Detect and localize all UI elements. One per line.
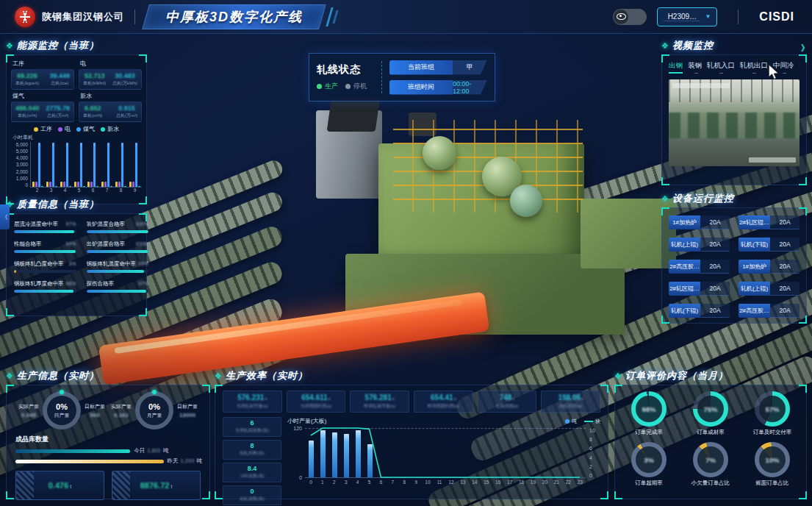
bar xyxy=(115,182,118,187)
page-title: 中厚板3D数字化产线 xyxy=(165,8,303,26)
production-gauge: 实际产量0.0450%日产量目标产量500 xyxy=(15,391,108,430)
bar xyxy=(96,186,98,187)
bar xyxy=(49,182,51,187)
energy-metric: 0.915总耗(万m³) xyxy=(116,104,137,119)
efficiency-side-tile: 0在轧块数(块) xyxy=(223,485,281,505)
y-axis-min-label: 0 xyxy=(299,475,302,480)
collapse-handle-right[interactable]: 》 xyxy=(801,43,809,54)
device-value: 20A xyxy=(770,260,800,274)
video-tab[interactable]: 装钢 xyxy=(688,61,702,74)
device-row[interactable]: 轧机(上辊)20A xyxy=(669,238,730,252)
x-tick-label: 1 xyxy=(317,480,328,485)
legend-label: 新水 xyxy=(107,125,119,133)
efficiency-tile-label: 轧制周期(s) xyxy=(496,403,519,410)
bar xyxy=(356,430,361,477)
x-tick-label: 20 xyxy=(539,480,550,485)
heat-number-dropdown[interactable]: H2309… ▼ xyxy=(657,7,717,26)
x-tick-label: 16 xyxy=(492,480,504,485)
device-row[interactable]: 轧机(下辊)20A xyxy=(739,238,800,252)
efficiency-tile: 198.06s纯轧时间(s) xyxy=(541,391,600,413)
x-tick-label: 0 xyxy=(305,480,317,485)
video-tab[interactable]: 轧机出口 xyxy=(740,61,768,74)
legend-item: 新水 xyxy=(101,125,119,133)
device-label: 2#高压胶… xyxy=(669,260,700,274)
order-percent: 98% xyxy=(642,405,655,413)
quality-bar-fill xyxy=(14,290,73,293)
efficiency-tile-value: 576.281s xyxy=(365,393,395,402)
device-row[interactable]: 2#轧区辊…20A xyxy=(669,282,730,296)
x-tick-label: 3 xyxy=(340,480,352,485)
device-row[interactable]: 1#加热炉20A xyxy=(669,215,730,229)
video-tab[interactable]: 电动辊 xyxy=(800,61,800,74)
storage-card: 0.476t成品库 xyxy=(15,471,104,500)
x-tick-label: 17 xyxy=(504,480,516,485)
line-status-panel: 轧线状态 生产停机 当前班组甲班组时间00:00-12:00 xyxy=(309,53,495,101)
bar xyxy=(129,182,132,187)
status-row-value: 00:00-12:00 xyxy=(453,80,487,95)
x-tick-label: 7 xyxy=(387,480,398,485)
device-row[interactable]: 1#加热炉20A xyxy=(739,260,800,274)
status-row[interactable]: 班组时间00:00-12:00 xyxy=(389,80,487,95)
quality-label: 探伤合格率 xyxy=(87,280,115,288)
bar xyxy=(87,182,90,187)
bar xyxy=(344,434,349,477)
inventory-bar-label: 昨天 xyxy=(168,457,179,465)
legend-item: 块 xyxy=(584,418,600,425)
energy-metric-label: 总耗(万m³) xyxy=(116,113,137,119)
legend-item: 电 xyxy=(58,125,71,133)
x-tick-label: 2 xyxy=(328,480,340,485)
inventory-bar-value: 1,293 xyxy=(181,457,195,465)
efficiency-side-tile: 8.4小时块数(块) xyxy=(223,463,281,482)
efficiency-side-label: 当班轧制块数(块) xyxy=(235,427,269,434)
bar xyxy=(80,143,82,187)
energy-tile-box: 6.652单耗(m³/t)0.915总耗(万m³) xyxy=(79,101,142,122)
device-row[interactable]: 轧机(上辊)20A xyxy=(739,282,800,296)
company-logo xyxy=(15,7,35,27)
device-row[interactable]: 轧机(下辊)20A xyxy=(669,304,730,318)
inventory-bar-value: 1,801 xyxy=(147,447,161,455)
cisdi-logo: CISDI xyxy=(759,10,794,24)
y-tick-label: 4,000 xyxy=(11,155,28,160)
quality-item: 探伤合格率97% xyxy=(87,280,149,293)
collapse-handle-left[interactable]: 《 xyxy=(0,204,10,229)
video-tab[interactable]: 出钢 xyxy=(669,61,683,74)
order-gauge: 75%订单成材率 xyxy=(681,391,740,436)
energy-tile: 工序68.226单耗(kgce/t)39.449总耗(tce) xyxy=(11,59,74,90)
mouse-cursor xyxy=(769,65,779,82)
order-label: 订单及时交付率 xyxy=(753,429,792,436)
video-panel-body: 出钢装钢轧机入口轧机出口中间冷电动辊 xyxy=(661,54,807,185)
energy-metric-label: 总耗(tce) xyxy=(51,80,68,87)
camera-feed[interactable] xyxy=(669,79,800,166)
visibility-toggle[interactable] xyxy=(613,9,647,25)
energy-metric: 2775.76总耗(万m³) xyxy=(46,104,70,119)
efficiency-tile: 654.41s昨班间隙时间(s) xyxy=(414,391,473,413)
order-donut: 75% xyxy=(693,391,728,427)
energy-metric: 486.040单耗(m³/t) xyxy=(15,104,40,119)
quality-value: 97% xyxy=(66,221,76,227)
gauge-percent: 0% xyxy=(148,402,160,411)
secondary-y-tick: 2 xyxy=(589,464,595,469)
diamond-icon: ❖ xyxy=(614,372,622,380)
efficiency-tile-value: 198.06s xyxy=(558,393,583,402)
energy-metric-label: 单耗(kgce/t) xyxy=(15,80,39,87)
device-row[interactable]: 2#高压胶…20A xyxy=(739,304,800,318)
status-row-value: 甲 xyxy=(453,60,487,75)
device-row[interactable]: 2#轧区辊…20A xyxy=(739,215,800,229)
inventory-bar-label: 今日 xyxy=(134,447,145,455)
bar xyxy=(132,182,134,187)
status-legend-item: 生产 xyxy=(317,82,338,91)
orders-panel-body: 98%订单完成率75%订单成材率57%订单及时交付率3%订单超期率7%小欠量订单… xyxy=(614,385,807,499)
bar xyxy=(32,182,35,187)
x-tick-label: 18 xyxy=(516,480,528,485)
gauge-target-value: 500 xyxy=(90,412,99,418)
device-row[interactable]: 2#高压胶…20A xyxy=(669,260,730,274)
status-row[interactable]: 当前班组甲 xyxy=(389,60,487,75)
x-tick-label: 7 xyxy=(100,188,114,193)
video-tab[interactable]: 轧机入口 xyxy=(707,61,735,74)
diamond-icon: ❖ xyxy=(661,42,669,50)
status-row-label: 班组时间 xyxy=(389,80,453,95)
bar xyxy=(93,143,96,187)
quality-item: 性能合格率99% xyxy=(14,240,76,253)
quality-bar-track xyxy=(87,230,149,233)
efficiency-tile-unit: s xyxy=(265,396,267,401)
